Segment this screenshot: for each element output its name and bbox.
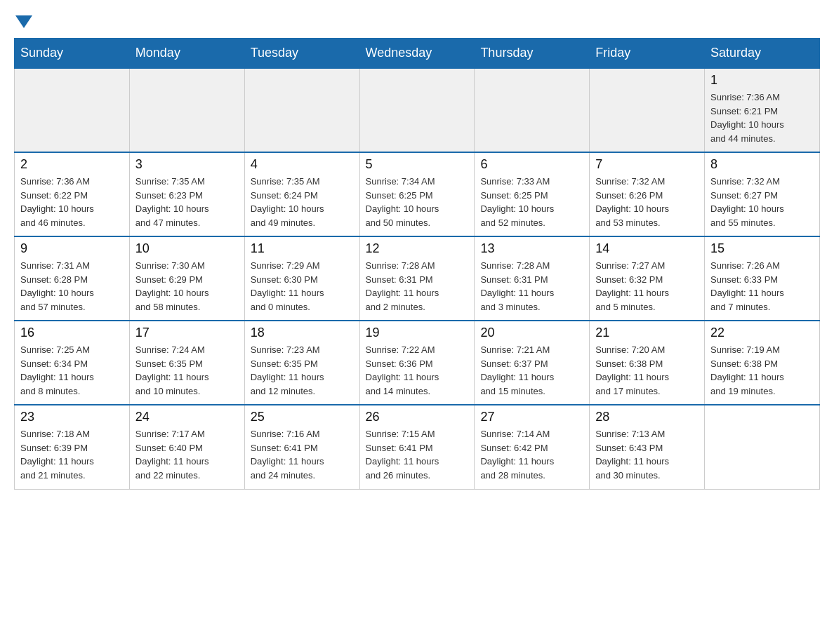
day-info: Sunrise: 7:19 AMSunset: 6:38 PMDaylight:… (710, 343, 814, 398)
day-info: Sunrise: 7:36 AMSunset: 6:21 PMDaylight:… (710, 90, 814, 145)
calendar-cell (244, 68, 359, 152)
day-number: 18 (251, 326, 354, 340)
day-info: Sunrise: 7:36 AMSunset: 6:22 PMDaylight:… (20, 175, 124, 229)
calendar-cell (475, 68, 590, 152)
week-row-4: 16Sunrise: 7:25 AMSunset: 6:34 PMDayligh… (15, 321, 820, 405)
day-info: Sunrise: 7:29 AMSunset: 6:30 PMDaylight:… (251, 259, 354, 314)
calendar-cell: 15Sunrise: 7:26 AMSunset: 6:33 PMDayligh… (705, 236, 820, 321)
day-number: 5 (366, 157, 469, 172)
day-info: Sunrise: 7:28 AMSunset: 6:31 PMDaylight:… (480, 259, 583, 314)
calendar-header: SundayMondayTuesdayWednesdayThursdayFrid… (15, 39, 820, 69)
day-info: Sunrise: 7:24 AMSunset: 6:35 PMDaylight:… (135, 343, 239, 398)
calendar-table: SundayMondayTuesdayWednesdayThursdayFrid… (14, 38, 820, 490)
calendar-cell: 12Sunrise: 7:28 AMSunset: 6:31 PMDayligh… (359, 236, 475, 321)
day-info: Sunrise: 7:32 AMSunset: 6:27 PMDaylight:… (710, 175, 814, 229)
day-number: 15 (710, 241, 814, 256)
weekday-header-saturday: Saturday (705, 39, 820, 69)
calendar-cell: 24Sunrise: 7:17 AMSunset: 6:40 PMDayligh… (129, 405, 244, 489)
calendar-cell (705, 405, 820, 489)
calendar-cell (359, 68, 475, 152)
day-info: Sunrise: 7:21 AMSunset: 6:37 PMDaylight:… (480, 343, 583, 398)
calendar-cell (15, 68, 130, 152)
day-number: 22 (710, 326, 814, 340)
calendar-cell: 5Sunrise: 7:34 AMSunset: 6:25 PMDaylight… (359, 152, 475, 236)
day-info: Sunrise: 7:30 AMSunset: 6:29 PMDaylight:… (135, 259, 239, 314)
day-number: 6 (480, 157, 583, 172)
calendar-cell: 22Sunrise: 7:19 AMSunset: 6:38 PMDayligh… (705, 321, 820, 405)
day-info: Sunrise: 7:26 AMSunset: 6:33 PMDaylight:… (710, 259, 814, 314)
weekday-header-sunday: Sunday (15, 39, 130, 69)
page-header (14, 14, 820, 27)
day-number: 16 (20, 326, 124, 340)
calendar-cell: 20Sunrise: 7:21 AMSunset: 6:37 PMDayligh… (475, 321, 590, 405)
day-number: 8 (710, 157, 814, 172)
calendar-cell: 14Sunrise: 7:27 AMSunset: 6:32 PMDayligh… (590, 236, 705, 321)
day-number: 10 (135, 241, 239, 256)
day-number: 24 (135, 410, 239, 424)
day-number: 21 (595, 326, 699, 340)
day-number: 23 (20, 410, 124, 424)
day-number: 28 (595, 410, 699, 424)
calendar-cell: 8Sunrise: 7:32 AMSunset: 6:27 PMDaylight… (705, 152, 820, 236)
day-number: 2 (20, 157, 124, 172)
day-number: 7 (595, 157, 699, 172)
weekday-header-wednesday: Wednesday (359, 39, 475, 69)
day-info: Sunrise: 7:35 AMSunset: 6:23 PMDaylight:… (135, 175, 239, 229)
day-number: 12 (366, 241, 469, 256)
day-info: Sunrise: 7:14 AMSunset: 6:42 PMDaylight:… (480, 427, 583, 482)
weekday-header-friday: Friday (590, 39, 705, 69)
calendar-cell: 25Sunrise: 7:16 AMSunset: 6:41 PMDayligh… (244, 405, 359, 489)
day-number: 11 (251, 241, 354, 256)
day-info: Sunrise: 7:18 AMSunset: 6:39 PMDaylight:… (20, 427, 124, 482)
day-number: 25 (251, 410, 354, 424)
calendar-cell: 23Sunrise: 7:18 AMSunset: 6:39 PMDayligh… (15, 405, 130, 489)
calendar-cell: 6Sunrise: 7:33 AMSunset: 6:25 PMDaylight… (475, 152, 590, 236)
day-info: Sunrise: 7:20 AMSunset: 6:38 PMDaylight:… (595, 343, 699, 398)
calendar-cell: 1Sunrise: 7:36 AMSunset: 6:21 PMDaylight… (705, 68, 820, 152)
weekday-header-row: SundayMondayTuesdayWednesdayThursdayFrid… (15, 39, 820, 69)
calendar-cell: 2Sunrise: 7:36 AMSunset: 6:22 PMDaylight… (15, 152, 130, 236)
week-row-1: 1Sunrise: 7:36 AMSunset: 6:21 PMDaylight… (15, 68, 820, 152)
calendar-cell: 10Sunrise: 7:30 AMSunset: 6:29 PMDayligh… (129, 236, 244, 321)
weekday-header-monday: Monday (129, 39, 244, 69)
calendar-body: 1Sunrise: 7:36 AMSunset: 6:21 PMDaylight… (15, 68, 820, 489)
day-info: Sunrise: 7:15 AMSunset: 6:41 PMDaylight:… (366, 427, 469, 482)
day-info: Sunrise: 7:17 AMSunset: 6:40 PMDaylight:… (135, 427, 239, 482)
calendar-cell: 16Sunrise: 7:25 AMSunset: 6:34 PMDayligh… (15, 321, 130, 405)
day-number: 4 (251, 157, 354, 172)
logo-arrow-icon (15, 15, 32, 28)
day-number: 26 (366, 410, 469, 424)
day-info: Sunrise: 7:35 AMSunset: 6:24 PMDaylight:… (251, 175, 354, 229)
calendar-cell: 26Sunrise: 7:15 AMSunset: 6:41 PMDayligh… (359, 405, 475, 489)
week-row-5: 23Sunrise: 7:18 AMSunset: 6:39 PMDayligh… (15, 405, 820, 489)
calendar-cell (590, 68, 705, 152)
calendar-cell: 7Sunrise: 7:32 AMSunset: 6:26 PMDaylight… (590, 152, 705, 236)
day-number: 14 (595, 241, 699, 256)
day-number: 20 (480, 326, 583, 340)
logo (14, 14, 34, 27)
weekday-header-thursday: Thursday (475, 39, 590, 69)
day-number: 1 (710, 73, 814, 88)
day-number: 3 (135, 157, 239, 172)
day-number: 17 (135, 326, 239, 340)
calendar-cell: 28Sunrise: 7:13 AMSunset: 6:43 PMDayligh… (590, 405, 705, 489)
day-info: Sunrise: 7:34 AMSunset: 6:25 PMDaylight:… (366, 175, 469, 229)
calendar-cell: 27Sunrise: 7:14 AMSunset: 6:42 PMDayligh… (475, 405, 590, 489)
day-info: Sunrise: 7:22 AMSunset: 6:36 PMDaylight:… (366, 343, 469, 398)
day-info: Sunrise: 7:31 AMSunset: 6:28 PMDaylight:… (20, 259, 124, 314)
calendar-cell: 4Sunrise: 7:35 AMSunset: 6:24 PMDaylight… (244, 152, 359, 236)
day-info: Sunrise: 7:27 AMSunset: 6:32 PMDaylight:… (595, 259, 699, 314)
calendar-cell: 21Sunrise: 7:20 AMSunset: 6:38 PMDayligh… (590, 321, 705, 405)
day-info: Sunrise: 7:16 AMSunset: 6:41 PMDaylight:… (251, 427, 354, 482)
calendar-cell: 13Sunrise: 7:28 AMSunset: 6:31 PMDayligh… (475, 236, 590, 321)
day-info: Sunrise: 7:25 AMSunset: 6:34 PMDaylight:… (20, 343, 124, 398)
calendar-cell: 17Sunrise: 7:24 AMSunset: 6:35 PMDayligh… (129, 321, 244, 405)
calendar-cell: 9Sunrise: 7:31 AMSunset: 6:28 PMDaylight… (15, 236, 130, 321)
day-number: 13 (480, 241, 583, 256)
calendar-cell: 11Sunrise: 7:29 AMSunset: 6:30 PMDayligh… (244, 236, 359, 321)
week-row-2: 2Sunrise: 7:36 AMSunset: 6:22 PMDaylight… (15, 152, 820, 236)
day-number: 19 (366, 326, 469, 340)
day-info: Sunrise: 7:32 AMSunset: 6:26 PMDaylight:… (595, 175, 699, 229)
calendar-cell: 18Sunrise: 7:23 AMSunset: 6:35 PMDayligh… (244, 321, 359, 405)
day-info: Sunrise: 7:23 AMSunset: 6:35 PMDaylight:… (251, 343, 354, 398)
